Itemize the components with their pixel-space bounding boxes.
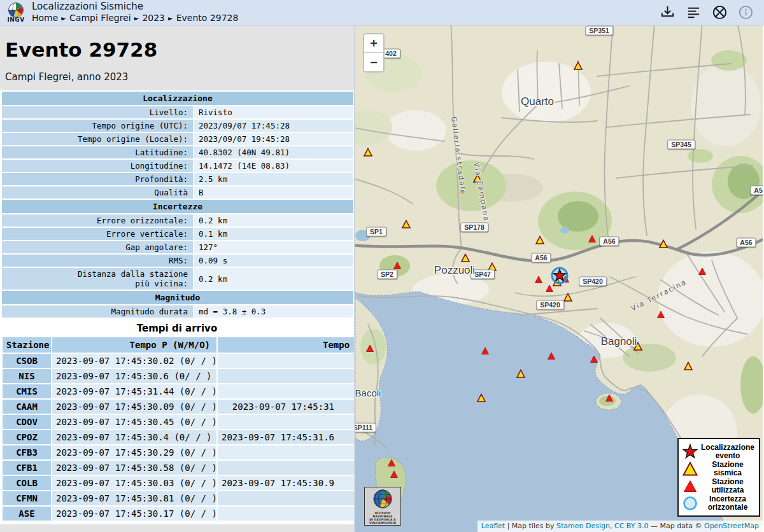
legend-item: Stazione sismica	[681, 460, 756, 477]
ingv-globe-icon	[372, 489, 393, 509]
station-code: CPOZ	[3, 430, 51, 444]
ingv-logo[interactable]: INGV	[5, 2, 27, 23]
tempo-s-value: 2023-09-07 17:45:31	[218, 400, 355, 414]
event-tables: LocalizzazioneLivello:RivistoTempo origi…	[0, 90, 354, 524]
globe-icon[interactable]	[712, 4, 728, 20]
map-attribution: Leaflet | Map tiles by Stamen Design, CC…	[478, 521, 763, 532]
ingv-logo-caption: ISTITUTO NAZIONALE	[365, 512, 400, 518]
legend-item: Stazione utilizzata	[681, 477, 756, 494]
info-value: 0.2 km	[194, 268, 353, 290]
triangle-shape	[684, 463, 697, 475]
top-header: INGV Localizzazioni Sismiche Home►Campi …	[0, 0, 764, 25]
arrivals-column-header: Stazione	[3, 337, 51, 353]
tempo-p-value: 2023-09-07 17:45:30.29 (0/ / )	[52, 445, 216, 459]
info-label: Magnitudo durata	[2, 305, 193, 318]
breadcrumb-separator: ►	[134, 15, 139, 22]
breadcrumb-separator: ►	[61, 15, 66, 22]
log-list-icon[interactable]	[686, 4, 702, 20]
arrivals-row: COLB2023-09-07 17:45:30.03 (0/ / )2023-0…	[3, 476, 355, 490]
info-value: 127°	[194, 241, 353, 253]
breadcrumb-item: Evento 29728	[176, 13, 239, 23]
arrivals-row: CMIS2023-09-07 17:45:31.44 (0/ / )	[3, 384, 355, 398]
info-table: LocalizzazioneLivello:RivistoTempo origi…	[1, 90, 354, 319]
info-label: Profondità:	[2, 173, 193, 185]
zoom-in-button[interactable]: +	[364, 34, 383, 53]
section-header: Localizzazione	[2, 92, 353, 105]
arrivals-row: CSOB2023-09-07 17:45:30.02 (0/ / )	[3, 354, 355, 368]
info-row: Distanza dalla stazione più vicina:0.2 k…	[2, 268, 353, 290]
tempo-p-value: 2023-09-07 17:45:30.81 (0/ / )	[52, 491, 216, 505]
legend-label: Localizzazione evento	[699, 444, 756, 459]
station-code: CFB1	[3, 461, 51, 475]
info-label: Qualità	[2, 186, 193, 199]
triangle-red-icon	[682, 478, 698, 494]
arrivals-row: CFMN2023-09-07 17:45:30.81 (0/ / )	[3, 491, 355, 505]
info-label: Longitudine:	[2, 160, 193, 172]
info-label: Errore orizzontale:	[2, 214, 193, 227]
legend-icon-cell	[681, 461, 699, 477]
tempo-s-value	[218, 491, 355, 505]
arrivals-row: ASE2023-09-07 17:45:30.17 (0/ / )	[3, 507, 355, 521]
info-row: Tempo origine (UTC):2023/09/07 17:45:28	[2, 120, 353, 132]
attribution-text: | Map tiles by	[505, 522, 556, 530]
breadcrumb-separator: ►	[168, 15, 173, 22]
info-label: Latitudine:	[2, 146, 193, 158]
info-label: Tempo origine (UTC):	[2, 120, 193, 132]
header-titles: Localizzazioni Sismiche Home►Campi Flegr…	[32, 1, 238, 24]
station-code: CAAM	[3, 400, 51, 414]
attribution-link[interactable]: OpenStreetMap	[704, 522, 759, 530]
zoom-control: + −	[363, 33, 385, 73]
arrivals-row: CPOZ2023-09-07 17:45:30.4 (0/ / )2023-09…	[3, 430, 355, 444]
station-code: CFMN	[3, 491, 51, 505]
triangle-yellow-icon	[682, 461, 698, 477]
breadcrumb-item[interactable]: 2023	[142, 13, 165, 23]
tempo-p-value: 2023-09-07 17:45:30.09 (0/ / )	[52, 400, 216, 414]
tempo-p-value: 2023-09-07 17:45:30.6 (0/ / )	[52, 369, 216, 383]
zoom-out-button[interactable]: −	[364, 53, 383, 71]
legend-item: Localizzazione evento	[681, 443, 756, 460]
station-code: ASE	[3, 507, 51, 521]
station-code: CMIS	[3, 384, 51, 398]
arrivals-row: CDOV2023-09-07 17:45:30.45 (0/ / )	[3, 415, 355, 429]
info-value: 2023/09/07 17:45:28	[194, 120, 353, 132]
tempo-p-value: 2023-09-07 17:45:30.17 (0/ / )	[52, 507, 216, 521]
station-code: CDOV	[3, 415, 51, 429]
info-label: Livello:	[2, 106, 193, 118]
legend-icon-cell	[681, 444, 699, 460]
download-icon[interactable]	[660, 4, 676, 20]
tempo-p-value: 2023-09-07 17:45:30.4 (0/ / )	[52, 430, 216, 444]
breadcrumb-item[interactable]: Campi Flegrei	[69, 13, 131, 23]
event-panel[interactable]: Evento 29728 Campi Flegrei, anno 2023 Lo…	[0, 25, 355, 532]
tempo-s-value	[218, 369, 355, 383]
attribution-link[interactable]: Leaflet	[481, 522, 505, 530]
station-code: CFB3	[3, 445, 51, 459]
info-label: Tempo origine (Locale):	[2, 133, 193, 145]
tempo-p-value: 2023-09-07 17:45:30.58 (0/ / )	[52, 461, 216, 475]
info-row: Tempo origine (Locale):2023/09/07 19:45:…	[2, 133, 353, 145]
tempo-s-value	[218, 445, 355, 459]
map[interactable]: SP351402SP345A56SP1SP178A56A56A56SP2SP47…	[355, 25, 763, 532]
star-icon	[682, 444, 698, 460]
breadcrumb-item[interactable]: Home	[32, 13, 58, 23]
station-code: COLB	[3, 476, 51, 490]
arrivals-row: CFB12023-09-07 17:45:30.58 (0/ / )	[3, 461, 355, 475]
attribution-text: — Map data ©	[648, 522, 704, 530]
tempo-p-value: 2023-09-07 17:45:31.44 (0/ / )	[52, 384, 216, 398]
attribution-link[interactable]: Stamen Design, CC BY 3.0	[556, 522, 648, 530]
info-icon[interactable]	[738, 4, 754, 20]
station-code: NIS	[3, 369, 51, 383]
legend-icon-cell	[681, 478, 699, 494]
section-header: Magnitudo	[2, 291, 353, 304]
ingv-logo-text: INGV	[7, 17, 24, 23]
legend-icon-cell	[681, 495, 699, 512]
arrivals-row: CAAM2023-09-07 17:45:30.09 (0/ / ) 2023-…	[3, 400, 355, 414]
info-row: Magnitudo duratamd = 3.8 ± 0.3	[2, 305, 353, 318]
info-label: Gap angolare:	[2, 241, 193, 253]
ingv-map-logo: ISTITUTO NAZIONALE DI GEOFISICA E VULCAN…	[364, 487, 401, 526]
arrivals-column-header: Tempo S	[218, 337, 355, 353]
info-row: Errore verticale:0.1 km	[2, 228, 353, 240]
info-row: Longitudine:14.1472 (14E 08.83)	[2, 160, 353, 172]
info-row: Latitudine:40.8302 (40N 49.81)	[2, 146, 353, 158]
ingv-logo-caption: DI GEOFISICA E VULCANOLOGIA	[365, 518, 400, 524]
info-value: Rivisto	[194, 106, 353, 118]
